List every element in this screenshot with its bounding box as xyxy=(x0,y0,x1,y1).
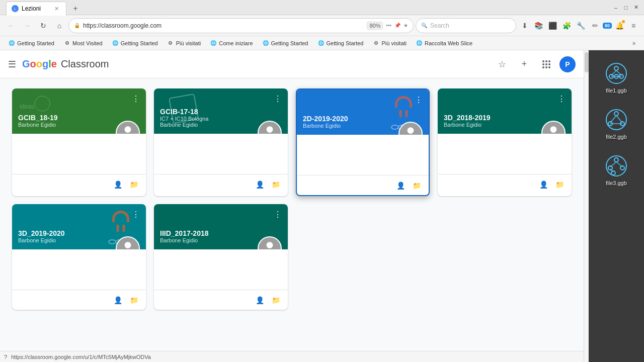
card-people-button-3d-2018[interactable]: 👤 xyxy=(537,178,549,191)
bookmark-raccolta-web[interactable]: 🌐 Raccolta Web Slice xyxy=(412,38,476,48)
maximize-button[interactable]: □ xyxy=(622,4,630,12)
bookmark-getting-started-3[interactable]: 🌐 Getting Started xyxy=(258,38,312,48)
svg-point-6 xyxy=(542,66,544,68)
card-title-3d-2019: 3D_2019-2020 xyxy=(18,229,140,237)
more-options-icon[interactable]: ••• xyxy=(386,23,391,28)
card-folder-button-2d[interactable]: 📁 xyxy=(411,179,423,192)
desktop-file-1[interactable]: file1.ggb xyxy=(601,58,631,97)
class-card-gcib-17-18[interactable]: ⋮ GCIB-17-18 IC7 + IC10 Bologna Barbone … xyxy=(154,88,288,196)
help-icon: ? xyxy=(4,354,7,360)
class-card-gcib-18-19[interactable]: ideas ⋮ GCIB_18-19 Barbone Egidio xyxy=(12,88,146,196)
pocket-icon[interactable]: 📌 xyxy=(394,23,400,28)
card-folder-button-gcib-18-19[interactable]: 📁 xyxy=(128,178,140,191)
close-button[interactable]: ✕ xyxy=(632,4,640,12)
svg-point-3 xyxy=(542,63,544,65)
nav-right-buttons: ⬇ 📚 ⬛ 🧩 🔧 ✏ 80 🔔 ≡ xyxy=(518,19,640,32)
bookmark-label-9: Raccolta Web Slice xyxy=(425,40,472,46)
classroom-grid-container: ideas ⋮ GCIB_18-19 Barbone Egidio xyxy=(0,78,584,351)
svg-line-33 xyxy=(610,116,616,123)
bookmark-label-2: Most Visited xyxy=(72,40,103,46)
card-folder-button-3d-2019[interactable]: 📁 xyxy=(128,294,140,306)
user-avatar[interactable]: P xyxy=(559,56,576,72)
status-bar: ? https://classroom.google.com/u/1/c/MTc… xyxy=(0,351,584,362)
forward-button[interactable]: → xyxy=(20,19,34,33)
bookmark-globe-icon-2: 🌐 xyxy=(112,40,119,47)
svg-point-7 xyxy=(545,66,547,68)
card-menu-button-gcib-18-19[interactable]: ⋮ xyxy=(130,93,142,105)
card-footer-gcib-18-19: 👤 📁 xyxy=(12,174,146,194)
dev-tools-icon[interactable]: 🔧 xyxy=(575,19,588,32)
bookmark-piu-visitati[interactable]: ⚙ Più visitati xyxy=(163,38,205,48)
tab-favicon: L xyxy=(12,5,19,12)
lock-icon: 🔒 xyxy=(74,23,80,28)
pen-icon[interactable]: ✏ xyxy=(589,19,602,32)
svg-point-37 xyxy=(614,158,618,162)
bookmark-globe-icon-1: 🌐 xyxy=(8,40,15,47)
extensions-icon[interactable]: 🧩 xyxy=(560,19,574,32)
desktop-file-2[interactable]: file2.ggb xyxy=(601,105,631,143)
containers-icon[interactable]: ⬛ xyxy=(546,19,559,32)
card-people-button-gcib-17-18[interactable]: 👤 xyxy=(254,178,266,191)
add-class-button[interactable]: + xyxy=(515,55,533,73)
card-title-gcib-18-19: GCIB_18-19 xyxy=(18,114,140,122)
home-button[interactable]: ⌂ xyxy=(52,19,66,33)
svg-point-5 xyxy=(548,63,550,65)
card-footer-2d: 👤 📁 xyxy=(297,175,429,195)
search-bar[interactable]: 🔍 Search xyxy=(416,18,516,33)
notification-bell-icon[interactable]: 🔔 xyxy=(613,19,626,32)
card-folder-button-gcib-17-18[interactable]: 📁 xyxy=(270,178,282,191)
card-menu-button-3d-2019[interactable]: ⋮ xyxy=(130,208,142,220)
card-people-button-3d-2019[interactable]: 👤 xyxy=(112,294,124,306)
card-menu-button-3d-2018[interactable]: ⋮ xyxy=(555,93,568,105)
star-button[interactable]: ☆ xyxy=(493,55,511,73)
bookmark-getting-started-2[interactable]: 🌐 Getting Started xyxy=(108,38,162,48)
new-tab-button[interactable]: + xyxy=(68,2,83,16)
bookmark-come-iniziare[interactable]: 🌐 Come iniziare xyxy=(206,38,257,48)
address-bar[interactable]: 🔒 https://classroom.google.com 80% ••• 📌… xyxy=(68,18,414,33)
card-people-button-iiid[interactable]: 👤 xyxy=(254,294,266,306)
class-card-iiid-2017-2018[interactable]: ⋮ IIID_2017-2018 Barbone Egidio 👤 📁 xyxy=(154,204,288,310)
card-menu-button-2d[interactable]: ⋮ xyxy=(413,94,425,106)
class-card-3d-2019-2020[interactable]: ⋮ 3D_2019-2020 Barbone Egidio 👤 📁 xyxy=(12,204,146,310)
download-icon[interactable]: ⬇ xyxy=(518,19,531,32)
card-menu-button-gcib-17-18[interactable]: ⋮ xyxy=(272,93,284,105)
menu-icon[interactable]: ≡ xyxy=(627,19,640,32)
svg-point-21 xyxy=(614,66,618,70)
bookmark-star-icon[interactable]: ★ xyxy=(404,23,408,28)
refresh-button[interactable]: ↻ xyxy=(36,19,50,33)
file1-label: file1.ggb xyxy=(606,87,627,94)
scroll-thumb[interactable] xyxy=(585,52,589,72)
bookmark-piu-visitati-2[interactable]: ⚙ Più visitati xyxy=(369,38,411,48)
card-folder-button-3d-2018[interactable]: 📁 xyxy=(553,178,566,191)
desktop-file-3[interactable]: file3.ggb xyxy=(601,151,631,189)
tab-close-btn[interactable]: ✕ xyxy=(52,5,61,13)
back-button[interactable]: ← xyxy=(4,19,18,33)
bookmark-globe-icon-5: 🌐 xyxy=(317,40,325,47)
bookmark-getting-started-1[interactable]: 🌐 Getting Started xyxy=(4,38,58,48)
scrollbar[interactable] xyxy=(584,50,589,362)
class-card-2d-2019-2020[interactable]: ⋮ 2D-2019-2020 Barbone Egidio 👤 📁 xyxy=(296,88,430,196)
reading-list-icon[interactable]: 📚 xyxy=(532,19,545,32)
bookmarks-more-button[interactable]: » xyxy=(628,37,640,49)
svg-text:ideas: ideas xyxy=(20,103,34,110)
active-tab[interactable]: L Lezioni ✕ xyxy=(6,2,66,16)
tab-label: Lezioni xyxy=(22,5,41,12)
card-header-3d-2019-2020: ⋮ 3D_2019-2020 Barbone Egidio xyxy=(12,204,146,249)
svg-point-1 xyxy=(545,60,547,62)
apps-grid-button[interactable] xyxy=(537,55,555,73)
class-card-3d-2018-2019[interactable]: ⋮ 3D_2018-2019 Barbone Egidio 👤 📁 xyxy=(438,88,572,196)
bookmark-getting-started-4[interactable]: 🌐 Getting Started xyxy=(313,38,368,48)
search-icon: 🔍 xyxy=(421,23,427,28)
card-body-gcib-17-18 xyxy=(154,134,288,174)
card-header-gcib-17-18: ⋮ GCIB-17-18 IC7 + IC10 Bologna Barbone … xyxy=(154,88,288,134)
hamburger-menu-icon[interactable]: ☰ xyxy=(8,59,16,70)
card-folder-button-iiid[interactable]: 📁 xyxy=(270,294,282,306)
card-menu-button-iiid[interactable]: ⋮ xyxy=(272,208,284,220)
bookmark-most-visited[interactable]: ⚙ Most Visited xyxy=(59,38,107,48)
card-people-button-gcib-18-19[interactable]: 👤 xyxy=(112,178,124,191)
minimize-button[interactable]: – xyxy=(612,4,620,12)
notification-count[interactable]: 80 xyxy=(603,23,612,29)
card-people-button-2d[interactable]: 👤 xyxy=(394,179,407,192)
card-header-iiid: ⋮ IIID_2017-2018 Barbone Egidio xyxy=(154,204,288,249)
zoom-level[interactable]: 80% xyxy=(367,22,383,30)
